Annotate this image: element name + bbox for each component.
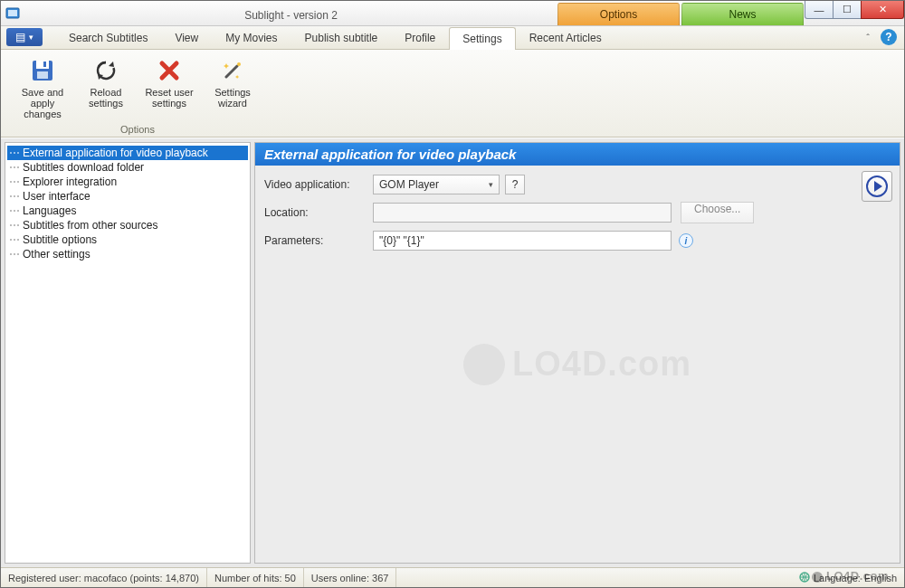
status-language[interactable]: Language: English — [792, 568, 904, 587]
video-app-value: GOM Player — [379, 178, 439, 191]
ribbon-tab-recent-articles[interactable]: Recent Articles — [516, 26, 615, 49]
maximize-button[interactable]: ☐ — [833, 1, 862, 19]
ribbon-reset-user-button[interactable]: Reset usersettings — [140, 53, 198, 122]
tree-item-subtitles-download-folder[interactable]: ⋯Subtitles download folder — [7, 160, 248, 175]
ribbon-tab-view[interactable]: View — [161, 26, 212, 49]
ribbon-save-apply-button[interactable]: Save andapply changes — [14, 53, 71, 122]
tree-bullet-icon: ⋯ — [9, 190, 20, 203]
tab-group-options[interactable]: Options — [557, 3, 680, 25]
ribbon-settings-wizard-button[interactable]: Settingswizard — [204, 53, 262, 122]
video-app-help-button[interactable]: ? — [505, 175, 525, 194]
tree-bullet-icon: ⋯ — [9, 147, 20, 159]
tree-item-external-application-for-video-playback[interactable]: ⋯External application for video playback — [7, 146, 248, 160]
tree-bullet-icon: ⋯ — [9, 161, 20, 174]
watermark: LO4D.com — [463, 344, 691, 385]
settings-tree: ⋯External application for video playback… — [5, 142, 251, 564]
save-apply-icon — [28, 56, 57, 85]
tree-bullet-icon: ⋯ — [9, 233, 20, 246]
play-icon — [866, 175, 888, 197]
status-user: Registered user: macofaco (points: 14,87… — [1, 568, 207, 587]
window-controls: — ☐ ✕ — [805, 1, 904, 25]
reload-icon — [91, 56, 120, 85]
svg-rect-3 — [36, 61, 49, 69]
tree-bullet-icon: ⋯ — [9, 219, 20, 232]
settings-pane: External application for video playback … — [254, 142, 900, 564]
svg-rect-1 — [8, 10, 17, 16]
tree-bullet-icon: ⋯ — [9, 248, 20, 261]
location-label: Location: — [264, 206, 373, 219]
ribbon-tab-settings[interactable]: Settings — [449, 27, 515, 50]
help-icon[interactable]: ? — [881, 29, 897, 45]
choose-button[interactable]: Choose... — [681, 202, 754, 223]
ribbon-settings-wizard-label: Settingswizard — [214, 87, 251, 109]
ribbon-reset-user-label: Reset usersettings — [145, 87, 193, 109]
window-title: Sublight - version 2 — [24, 5, 557, 22]
file-menu-icon: ▤ — [15, 31, 25, 43]
play-button[interactable] — [862, 171, 892, 202]
collapse-ribbon-chevron-icon[interactable]: ˆ — [866, 33, 870, 43]
ribbon-reload-button[interactable]: Reloadsettings — [77, 53, 135, 122]
tab-group-news[interactable]: News — [681, 3, 804, 25]
svg-rect-5 — [43, 62, 46, 67]
ribbon-tabstrip: ▤ ▾ Search SubtitlesViewMy MoviesPublish… — [1, 26, 904, 50]
svg-point-6 — [237, 62, 241, 66]
parameters-input[interactable]: "{0}" "{1}" — [373, 231, 672, 251]
close-button[interactable]: ✕ — [861, 1, 904, 19]
svg-rect-4 — [37, 71, 48, 79]
info-icon[interactable]: i — [679, 233, 693, 248]
status-hits: Number of hits: 50 — [207, 568, 304, 587]
status-online: Users online: 367 — [304, 568, 397, 587]
ribbon: Save andapply changesReloadsettingsReset… — [1, 50, 904, 138]
tree-item-explorer-integration[interactable]: ⋯Explorer integration — [7, 175, 248, 189]
pane-title: External application for video playback — [255, 143, 900, 166]
app-icon — [1, 6, 24, 21]
parameters-label: Parameters: — [264, 234, 373, 247]
minimize-button[interactable]: — — [805, 1, 834, 19]
ribbon-group-label: Options — [14, 122, 262, 135]
ribbon-tab-search-subtitles[interactable]: Search Subtitles — [55, 26, 161, 49]
location-input[interactable] — [373, 203, 672, 223]
file-menu-chevron-icon: ▾ — [29, 33, 33, 42]
video-app-select[interactable]: GOM Player ▾ — [373, 175, 500, 194]
status-bar: Registered user: macofaco (points: 14,87… — [1, 567, 904, 587]
tree-item-other-settings[interactable]: ⋯Other settings — [7, 247, 248, 261]
main-area: ⋯External application for video playback… — [1, 138, 904, 567]
ribbon-tab-publish-subtitle[interactable]: Publish subtitle — [291, 26, 392, 49]
file-menu-button[interactable]: ▤ ▾ — [6, 28, 43, 46]
ribbon-reload-label: Reloadsettings — [89, 87, 123, 109]
tree-bullet-icon: ⋯ — [9, 204, 20, 217]
chevron-down-icon: ▾ — [489, 180, 493, 189]
titlebar: Sublight - version 2 Options News — ☐ ✕ — [1, 1, 904, 26]
ribbon-tab-profile[interactable]: Profile — [391, 26, 449, 49]
ribbon-group-options: Save andapply changesReloadsettingsReset… — [8, 53, 267, 135]
ribbon-save-apply-label: Save andapply changes — [16, 87, 69, 119]
globe-icon — [799, 572, 810, 584]
tree-item-subtitles-from-other-sources[interactable]: ⋯Subtitles from other sources — [7, 218, 248, 232]
settings-wizard-icon — [218, 56, 247, 85]
app-window: Sublight - version 2 Options News — ☐ ✕ … — [0, 0, 905, 588]
ribbon-tab-my-movies[interactable]: My Movies — [212, 26, 291, 49]
video-app-label: Video application: — [264, 178, 373, 191]
tree-item-user-interface[interactable]: ⋯User interface — [7, 189, 248, 204]
tree-item-subtitle-options[interactable]: ⋯Subtitle options — [7, 232, 248, 247]
reset-user-icon — [155, 56, 184, 85]
tree-item-languages[interactable]: ⋯Languages — [7, 204, 248, 218]
tree-bullet-icon: ⋯ — [9, 175, 20, 188]
